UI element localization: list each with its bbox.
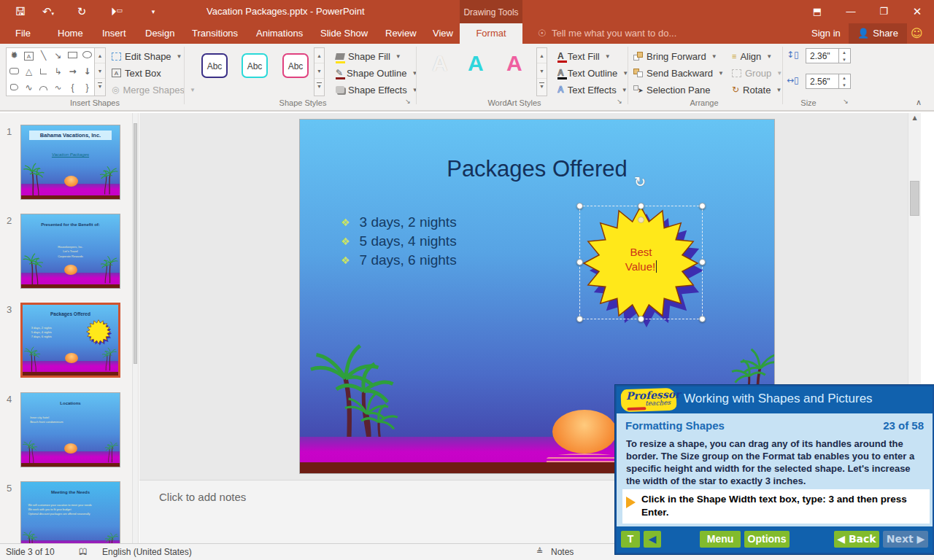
line-shape-icon[interactable]: ╲ bbox=[36, 48, 50, 63]
resize-handle-middle-left[interactable] bbox=[576, 259, 583, 265]
freeform-shape-icon[interactable] bbox=[7, 80, 21, 96]
bullet-item[interactable]: ❖ 7 days, 6 nights bbox=[341, 252, 457, 268]
bring-forward-button[interactable]: Bring Forward▼ bbox=[633, 48, 717, 64]
rectangle-shape-icon[interactable] bbox=[66, 48, 80, 63]
resize-handle-top-right[interactable] bbox=[699, 203, 706, 209]
tab-slide-show[interactable]: Slide Show bbox=[311, 23, 377, 44]
start-slideshow-icon[interactable]: ⏵▭ bbox=[107, 3, 127, 20]
sign-in-link[interactable]: Sign in bbox=[811, 23, 841, 44]
oval-shape-icon[interactable] bbox=[80, 48, 94, 63]
curve-shape-icon[interactable]: ∿ bbox=[51, 82, 65, 93]
wordart-styles-scrollbar[interactable]: ▲ ▼ ▼ bbox=[536, 47, 547, 96]
right-brace-shape-icon[interactable]: } bbox=[80, 80, 94, 96]
bullet-item[interactable]: ❖ 3 days, 2 nights bbox=[341, 214, 457, 230]
thumbnail-panel-scrollbar[interactable] bbox=[132, 113, 138, 543]
shape-styles-up-icon[interactable]: ▲ bbox=[314, 48, 324, 63]
text-outline-button[interactable]: AText Outline▼ bbox=[557, 65, 628, 81]
undo-icon[interactable]: ↶▾ bbox=[38, 3, 58, 20]
restore-button[interactable]: ❐ bbox=[871, 0, 896, 23]
resize-handle-bottom-left[interactable] bbox=[576, 316, 583, 322]
tell-me-box[interactable]: Tell me what you want to do... bbox=[552, 23, 676, 44]
slide-title[interactable]: Packages Offered bbox=[300, 156, 774, 182]
customize-qat-icon[interactable]: ▾ bbox=[143, 3, 163, 20]
close-button[interactable]: ✕ bbox=[905, 0, 930, 23]
resize-handle-middle-right[interactable] bbox=[699, 259, 706, 265]
triangle-shape-icon[interactable]: △ bbox=[22, 64, 36, 79]
send-backward-button[interactable]: Send Backward▼ bbox=[633, 65, 724, 81]
language-indicator[interactable]: English (United States) bbox=[102, 547, 192, 557]
wordart-style-3[interactable]: A bbox=[506, 51, 522, 76]
width-spin-up-icon[interactable]: ▲ bbox=[839, 74, 849, 82]
shape-styles-more-icon[interactable]: ▼ bbox=[314, 79, 324, 94]
minimize-button[interactable]: — bbox=[838, 0, 863, 23]
replay-back-button[interactable]: ◀ bbox=[644, 531, 661, 548]
resize-handle-bottom-center[interactable] bbox=[638, 316, 644, 322]
slide-thumbnail-5[interactable]: Meeting the Needs We will customize your… bbox=[20, 481, 120, 543]
rotate-button[interactable]: ↻Rotate▼ bbox=[732, 82, 781, 98]
shape-height-field[interactable]: ▲▼ bbox=[806, 48, 851, 63]
elbow-connector-shape-icon[interactable] bbox=[36, 64, 50, 79]
merge-shapes-button[interactable]: ◎Merge Shapes▼ bbox=[112, 82, 196, 98]
down-block-arrow-shape-icon[interactable]: ↓ bbox=[80, 64, 94, 79]
slide-thumbnail-3-selected[interactable]: Packages Offered 3 days, 2 nights 5 days… bbox=[20, 303, 120, 378]
height-spin-up-icon[interactable]: ▲ bbox=[839, 49, 849, 56]
redo-icon[interactable]: ↻ bbox=[72, 3, 92, 20]
edit-shape-button[interactable]: Edit Shape▼ bbox=[112, 48, 182, 64]
collapse-ribbon-icon[interactable]: ∧ bbox=[916, 98, 922, 107]
bullet-item[interactable]: ❖ 5 days, 4 nights bbox=[341, 233, 457, 249]
shape-gallery[interactable]: ✹16 A ╲ ↘ △ ↳ → ↓ ∿ ∿ { } bbox=[6, 47, 95, 96]
tab-transitions[interactable]: Transitions bbox=[182, 23, 247, 44]
tab-insert[interactable]: Insert bbox=[93, 23, 136, 44]
shape-width-input[interactable] bbox=[806, 74, 838, 88]
ribbon-display-options-icon[interactable]: ⬒ bbox=[805, 0, 830, 23]
proofing-icon[interactable]: 🕮 bbox=[79, 546, 88, 556]
notes-toggle[interactable]: Notes bbox=[551, 547, 574, 557]
wordart-style-1[interactable]: A bbox=[432, 51, 448, 76]
text-box-shape-icon[interactable]: A bbox=[22, 48, 36, 63]
next-button-disabled[interactable]: Next ▶ bbox=[883, 531, 928, 548]
text-fill-button[interactable]: AText Fill▼ bbox=[557, 48, 611, 64]
feedback-smiley-icon[interactable]: ☺ bbox=[911, 23, 923, 44]
rotate-handle-icon[interactable]: ↻ bbox=[634, 174, 646, 190]
back-button[interactable]: ◀ Back bbox=[834, 531, 879, 548]
slide-indicator[interactable]: Slide 3 of 10 bbox=[6, 547, 55, 557]
text-mode-button[interactable]: T bbox=[621, 531, 640, 548]
elbow-arrow-connector-shape-icon[interactable]: ↳ bbox=[51, 64, 65, 79]
selection-pane-button[interactable]: ➤Selection Pane bbox=[633, 82, 710, 98]
shape-gallery-scrollbar[interactable]: ▲ ▼ ▼ bbox=[95, 47, 106, 96]
tab-view[interactable]: View bbox=[423, 23, 463, 44]
notes-placeholder[interactable]: Click to add notes bbox=[159, 491, 246, 503]
star-16-point-shape-icon[interactable]: ✹16 bbox=[7, 48, 21, 63]
wordart-down-icon[interactable]: ▼ bbox=[537, 63, 547, 79]
tab-review[interactable]: Review bbox=[376, 23, 426, 44]
menu-button[interactable]: Menu bbox=[700, 531, 741, 548]
shape-width-field[interactable]: ▲▼ bbox=[806, 74, 851, 89]
scribble-shape-icon[interactable]: ∿ bbox=[22, 80, 36, 96]
slide-thumbnail-4[interactable]: Locations Inner city hotel Beach front c… bbox=[20, 392, 120, 467]
group-button[interactable]: Group▼ bbox=[732, 65, 782, 81]
shape-style-1[interactable]: Abc bbox=[201, 53, 228, 78]
shape-effects-button[interactable]: Shape Effects▼ bbox=[336, 82, 418, 98]
wordart-style-2[interactable]: A bbox=[468, 51, 484, 76]
shape-styles-dialog-launcher-icon[interactable]: ↘ bbox=[403, 96, 413, 106]
wordart-up-icon[interactable]: ▲ bbox=[537, 48, 547, 63]
wordart-more-icon[interactable]: ▼ bbox=[537, 79, 547, 94]
shape-styles-scrollbar[interactable]: ▲ ▼ ▼ bbox=[314, 47, 325, 96]
wordart-dialog-launcher-icon[interactable]: ↘ bbox=[614, 96, 625, 106]
tab-home[interactable]: Home bbox=[48, 23, 93, 44]
gallery-more-icon[interactable]: ▼ bbox=[95, 79, 105, 94]
tab-animations[interactable]: Animations bbox=[247, 23, 312, 44]
tab-design[interactable]: Design bbox=[136, 23, 184, 44]
slide-thumbnail-2[interactable]: Presented for the Benefit of: Housekeepe… bbox=[20, 214, 120, 289]
options-button[interactable]: Options bbox=[744, 531, 790, 548]
shape-style-3[interactable]: Abc bbox=[282, 53, 309, 78]
gallery-scroll-up-icon[interactable]: ▲ bbox=[95, 48, 105, 63]
shape-styles-down-icon[interactable]: ▼ bbox=[314, 63, 324, 79]
height-spin-down-icon[interactable]: ▼ bbox=[839, 56, 849, 63]
scroll-up-icon[interactable]: ▲ bbox=[908, 114, 921, 121]
align-button[interactable]: ≡Align▼ bbox=[732, 48, 772, 64]
left-brace-shape-icon[interactable]: { bbox=[66, 80, 80, 96]
share-button[interactable]: 👤Share bbox=[849, 23, 907, 44]
arrow-line-shape-icon[interactable]: ↘ bbox=[51, 48, 65, 63]
resize-handle-top-left[interactable] bbox=[576, 203, 583, 209]
